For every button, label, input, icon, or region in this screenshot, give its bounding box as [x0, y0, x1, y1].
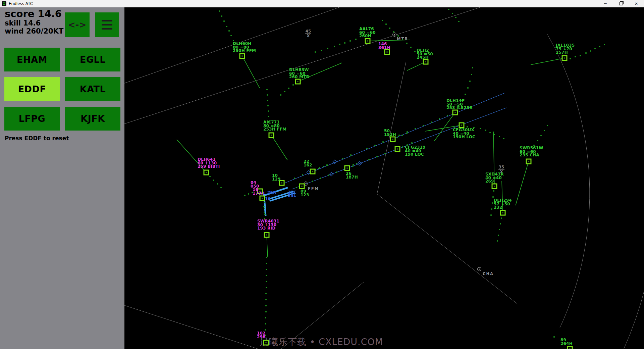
trail-dot-SWR4031 — [263, 206, 265, 207]
trail-dot — [447, 115, 448, 116]
trail-dot-CFG30UX — [480, 128, 481, 129]
title-bar: Endless ATC − × — [0, 0, 644, 7]
aircraft-dot-50 — [392, 139, 393, 140]
trail-dot-102 — [266, 281, 267, 282]
trail-dot-89 — [553, 336, 555, 338]
aircraft-dot-DLH2 — [425, 61, 426, 62]
watermark: 晨曦乐下载 • CXLEDU.COM — [260, 337, 383, 347]
aircraft-dot-JAL1035 — [564, 57, 565, 58]
waypoint-label-mtr: MTR — [397, 37, 408, 41]
trail-dot — [264, 202, 265, 203]
menu-button[interactable] — [95, 12, 119, 37]
aircraft-label-102[interactable]: 298 — [257, 335, 266, 339]
airport-button-lfpg[interactable]: LFPG — [4, 107, 60, 131]
trail-dot-AAL76 — [355, 39, 357, 40]
trail-dot-102 — [265, 311, 267, 312]
swap-view-button[interactable]: <-> — [65, 12, 90, 37]
trail-dot-SXD43R — [491, 208, 492, 210]
trail-dot-102 — [266, 275, 267, 276]
trail-dot-50 — [397, 137, 398, 138]
trail-dot-SWR561W — [547, 125, 548, 126]
trail-dot — [328, 174, 329, 176]
trail-dot-DLH641 — [209, 176, 211, 177]
trail-dot-SXD43R — [492, 202, 493, 204]
aircraft-label-CFG2319[interactable]: 190 LOC — [405, 152, 424, 157]
aircraft-label-10[interactable]: 129 — [272, 177, 281, 182]
trail-dot-102 — [265, 323, 266, 325]
hamburger-icon — [102, 20, 112, 21]
trail-dot-DLH2 — [402, 39, 403, 40]
airport-button-egll[interactable]: EGLL — [65, 48, 120, 71]
aircraft-label-DLH60H[interactable]: 250H FFM — [233, 48, 256, 53]
trail-dot — [452, 13, 453, 14]
trail-dot-AIC771 — [266, 89, 268, 90]
trail-dot-102 — [266, 287, 267, 288]
trail-dot-SXD43R — [492, 196, 494, 198]
airport-button-eham[interactable]: EHAM — [4, 48, 60, 71]
range-mark-bottom: X — [307, 34, 310, 38]
aircraft-label-CFG30UX[interactable]: 190H LOC — [453, 135, 475, 139]
trail-dot-DLH14P — [471, 74, 472, 75]
aircraft-label-SXD43R[interactable]: 269 — [485, 179, 494, 184]
heading-vector-AIC771 — [271, 135, 287, 160]
close-button[interactable]: × — [629, 0, 644, 7]
waypoint-label-cha: CHA — [483, 271, 494, 276]
aircraft-label-09[interactable]: 123 — [301, 193, 309, 197]
aircraft-label-DLH641[interactable]: 259 BIBTI — [198, 164, 220, 169]
trail-dot-DLH294 — [499, 229, 500, 230]
airport-button-katl[interactable]: KATL — [65, 77, 120, 101]
trail-dot-SXD43R — [493, 190, 494, 192]
trail-dot-AAL76 — [350, 40, 351, 42]
aircraft-label-89[interactable]: 264H — [560, 341, 573, 346]
aircraft-label-JAL1035[interactable]: 257H — [556, 50, 568, 55]
trail-dot-DLH294 — [501, 217, 502, 219]
waypoint-dot — [305, 183, 306, 184]
trail-dot — [244, 195, 246, 196]
trail-dot-50 — [401, 135, 403, 136]
aircraft-label-AIC771[interactable]: 253H FFM — [263, 127, 286, 132]
aircraft-label-DLH14P[interactable]: 253 ILS25R — [446, 105, 473, 110]
trail-dot — [296, 187, 297, 188]
trail-dot-DLH2 — [410, 47, 412, 48]
minimize-button[interactable]: − — [598, 0, 613, 7]
aircraft-label-DLH294[interactable]: 232 — [494, 205, 502, 210]
trail-dot — [248, 193, 249, 195]
trail-dot-CFG30UX — [485, 130, 486, 131]
airport-button-kjfk[interactable]: KJFK — [65, 107, 120, 131]
trail-dot — [376, 156, 378, 157]
aircraft-label-16[interactable]: 170H — [253, 191, 265, 196]
trail-dot-SWR561W — [537, 140, 538, 141]
aircraft-label-SWR4031[interactable]: 193 RID — [257, 226, 275, 231]
aircraft-label-DLH83W[interactable]: 260 MTR — [289, 74, 309, 79]
trail-dot — [374, 145, 376, 146]
aircraft-label-146[interactable]: 361H — [378, 45, 390, 50]
aircraft-label-50[interactable]: 192H — [384, 132, 396, 137]
trail-dot-AIC771 — [267, 100, 268, 101]
aircraft-label-22[interactable]: 162 — [304, 163, 312, 167]
restore-button[interactable] — [613, 0, 629, 7]
trail-dot-JAL1035 — [570, 58, 571, 59]
map-line — [124, 7, 485, 124]
trail-dot-DLH60H — [226, 26, 227, 27]
trail-dot-102 — [266, 269, 267, 270]
aircraft-dot-AIC771 — [271, 135, 272, 136]
trail-dot-DLH60H — [219, 10, 220, 12]
trail-dot-DLH641 — [220, 187, 222, 188]
trail-dot-AAL76 — [327, 48, 328, 49]
aircraft-label-AAL76[interactable]: 260H — [359, 34, 371, 38]
trail-dot-26 — [356, 163, 357, 164]
restore-icon — [619, 2, 623, 5]
aircraft-label-26[interactable]: 187H — [346, 175, 358, 180]
airport-button-eddf[interactable]: EDDF — [4, 77, 60, 101]
trail-dot-SWR561W — [544, 130, 545, 131]
trail-dot-DLH14P — [465, 94, 466, 95]
aircraft-label-SWR561W[interactable]: 235 CHA — [520, 153, 539, 157]
range-ring-arc — [547, 34, 590, 328]
trail-dot — [366, 148, 368, 149]
trail-dot-50 — [406, 133, 408, 134]
trail-dot — [398, 135, 400, 136]
aircraft-label-DLH2[interactable]: 245H — [417, 55, 429, 60]
map-line — [124, 305, 258, 349]
aircraft-dot-DLH294 — [502, 212, 503, 213]
aircraft-dot-CFG30UX — [461, 124, 462, 126]
